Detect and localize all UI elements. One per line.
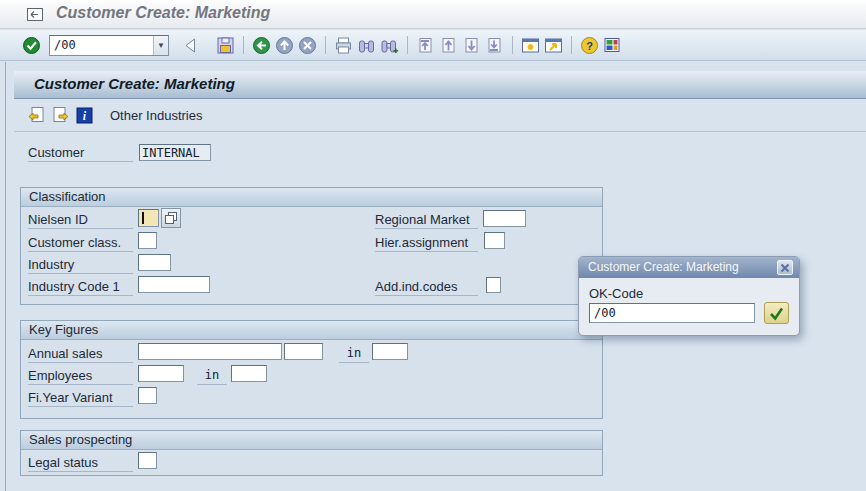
annual-sales-currency-field[interactable] — [372, 343, 408, 360]
nielsen-id-field[interactable] — [138, 209, 159, 227]
customize-layout-icon[interactable] — [601, 34, 624, 57]
hier-assignment-field[interactable] — [484, 232, 505, 249]
previous-screen-icon[interactable] — [24, 105, 48, 127]
industry-code-1-label: Industry Code 1 — [28, 279, 133, 296]
ok-code-input[interactable] — [589, 303, 755, 323]
employees-in-label: in — [197, 368, 227, 385]
customer-field[interactable] — [139, 144, 211, 161]
help-icon[interactable]: ? — [578, 34, 601, 57]
text-cursor — [142, 212, 144, 224]
employees-field[interactable] — [138, 365, 184, 382]
confirm-check-icon — [768, 306, 785, 321]
annual-sales-unit-field[interactable] — [284, 343, 323, 360]
info-icon[interactable]: i — [72, 105, 96, 127]
other-industries-button[interactable]: Other Industries — [110, 108, 203, 123]
sales-prospecting-group-title: Sales prospecting — [21, 431, 602, 450]
matchcode-icon — [164, 211, 178, 225]
industry-code-1-field[interactable] — [138, 276, 210, 293]
classification-group-title: Classification — [21, 188, 602, 207]
dialog-title: Customer Create: Marketing — [588, 260, 739, 274]
employees-unit-field[interactable] — [231, 365, 267, 382]
command-field: ▼ — [49, 35, 169, 56]
annual-sales-in-label: in — [339, 346, 369, 363]
matchcode-button[interactable] — [161, 208, 181, 228]
legal-status-label: Legal status — [28, 455, 133, 472]
local-back-icon[interactable] — [179, 34, 202, 57]
save-icon[interactable] — [214, 34, 237, 57]
ok-code-dialog: Customer Create: Marketing OK-Code — [578, 256, 800, 336]
svg-text:?: ? — [586, 39, 593, 51]
toolbar-separator — [512, 36, 513, 54]
ok-code-label: OK-Code — [589, 286, 643, 301]
up-icon[interactable] — [273, 34, 296, 57]
back-icon[interactable] — [250, 34, 273, 57]
add-ind-codes-label: Add.ind.codes — [375, 279, 478, 296]
dialog-confirm-button[interactable] — [764, 302, 789, 324]
screen-title: Customer Create: Marketing — [34, 75, 235, 92]
window-title: Customer Create: Marketing — [56, 4, 270, 22]
customer-label: Customer — [28, 145, 133, 162]
command-input[interactable] — [50, 36, 153, 55]
last-page-icon[interactable] — [483, 34, 506, 57]
toolbar-separator — [571, 36, 572, 54]
fi-year-variant-field[interactable] — [138, 387, 157, 404]
dialog-titlebar[interactable]: Customer Create: Marketing — [579, 257, 799, 278]
fi-year-variant-label: Fi.Year Variant — [28, 390, 133, 407]
command-dropdown-icon[interactable]: ▼ — [153, 36, 168, 55]
next-screen-icon[interactable] — [48, 105, 72, 127]
key-figures-group-title: Key Figures — [21, 321, 602, 340]
employees-label: Employees — [28, 368, 133, 385]
main-toolbar: ▼ ? — [0, 30, 866, 61]
annual-sales-field[interactable] — [138, 343, 282, 360]
legal-status-field[interactable] — [138, 452, 157, 469]
toolbar-separator — [407, 36, 408, 54]
new-session-icon[interactable] — [519, 34, 542, 57]
print-icon[interactable] — [332, 34, 355, 57]
enter-icon[interactable] — [20, 34, 43, 57]
transaction-icon — [26, 7, 44, 25]
create-shortcut-icon[interactable] — [542, 34, 565, 57]
add-ind-codes-field[interactable] — [486, 277, 501, 293]
screen-left-border — [5, 62, 6, 491]
regional-market-label: Regional Market — [375, 212, 478, 229]
industry-label: Industry — [28, 257, 133, 274]
find-icon[interactable] — [355, 34, 378, 57]
customer-class-label: Customer class. — [28, 235, 133, 252]
page-up-icon[interactable] — [437, 34, 460, 57]
regional-market-field[interactable] — [483, 210, 526, 227]
page-down-icon[interactable] — [460, 34, 483, 57]
industry-field[interactable] — [138, 254, 171, 271]
first-page-icon[interactable] — [414, 34, 437, 57]
nielsen-id-label: Nielsen ID — [28, 212, 133, 229]
hier-assignment-label: Hier.assignment — [375, 235, 478, 252]
window-titlebar: Customer Create: Marketing — [0, 0, 866, 29]
customer-class-field[interactable] — [138, 232, 157, 249]
toolbar-separator — [325, 36, 326, 54]
find-next-icon[interactable] — [378, 34, 401, 57]
annual-sales-label: Annual sales — [28, 346, 133, 363]
application-toolbar: i Other Industries — [14, 100, 866, 132]
close-icon[interactable] — [777, 260, 793, 275]
exit-icon[interactable] — [296, 34, 319, 57]
screen-titlebar: Customer Create: Marketing — [14, 71, 866, 99]
toolbar-separator — [243, 36, 244, 54]
